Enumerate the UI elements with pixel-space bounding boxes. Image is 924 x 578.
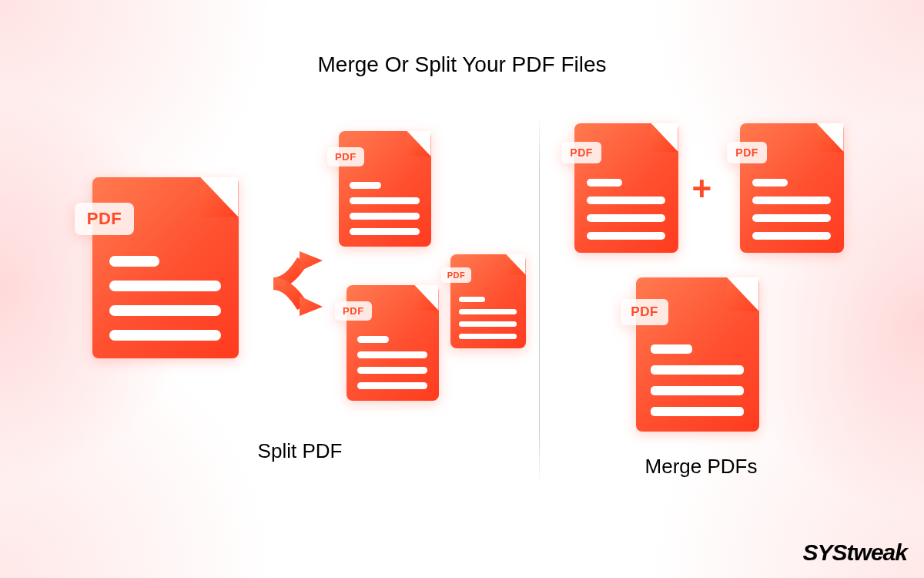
doc-lines-icon xyxy=(752,179,832,240)
pdf-source-doc-icon: PDF xyxy=(92,177,239,358)
doc-lines-icon xyxy=(350,182,420,235)
pdf-merge-result-icon: PDF xyxy=(636,277,759,432)
pdf-badge: PDF xyxy=(335,301,372,321)
plus-icon: + xyxy=(692,170,712,208)
page-title: Merge Or Split Your PDF Files xyxy=(0,52,924,77)
pdf-merge-input-icon: PDF xyxy=(740,123,844,253)
merge-caption: Merge PDFs xyxy=(645,455,758,479)
doc-lines-icon xyxy=(651,344,745,416)
svg-marker-0 xyxy=(300,251,323,271)
brand-sys: SYS xyxy=(803,539,847,566)
pdf-merge-input-icon: PDF xyxy=(574,123,678,253)
merge-section: PDF + PDF PDF Merge PDFs xyxy=(540,123,863,479)
split-section: PDF xyxy=(62,123,539,463)
split-caption: Split PDF xyxy=(258,439,343,463)
split-graphic: PDF xyxy=(69,123,531,416)
pdf-badge: PDF xyxy=(75,203,135,235)
pdf-badge: PDF xyxy=(441,267,472,283)
doc-lines-icon xyxy=(587,179,666,240)
pdf-badge: PDF xyxy=(327,147,364,166)
pdf-split-result-icon: PDF xyxy=(346,285,439,401)
svg-marker-1 xyxy=(300,296,323,316)
doc-lines-icon xyxy=(357,336,427,389)
pdf-badge: PDF xyxy=(621,299,668,325)
pdf-split-result-icon: PDF xyxy=(450,254,526,348)
brand-logo: SYSTweak xyxy=(803,539,907,566)
brand-tweak: Tweak xyxy=(847,539,907,566)
pdf-split-result-icon: PDF xyxy=(339,131,431,247)
diagram-content: PDF xyxy=(0,123,924,486)
pdf-badge: PDF xyxy=(561,142,601,163)
merge-graphic: PDF + PDF PDF xyxy=(555,123,848,432)
doc-lines-icon xyxy=(459,297,517,339)
split-arrow-icon xyxy=(243,237,335,333)
doc-lines-icon xyxy=(109,256,220,341)
pdf-badge: PDF xyxy=(727,142,767,163)
